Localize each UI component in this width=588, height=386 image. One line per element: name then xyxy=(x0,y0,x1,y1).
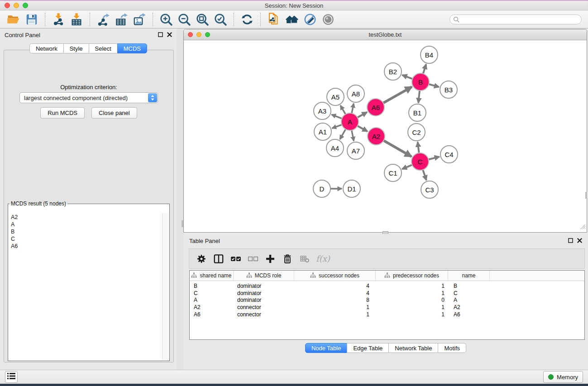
graph-node-B4[interactable]: B4 xyxy=(421,46,438,63)
graph-node-A3[interactable]: A3 xyxy=(314,102,331,119)
graph-node-D[interactable]: D xyxy=(313,180,330,197)
table-cell[interactable]: C xyxy=(190,290,234,296)
graph-node-A7[interactable]: A7 xyxy=(347,142,364,159)
graph-node-B2[interactable]: B2 xyxy=(384,63,402,80)
tab-network-table[interactable]: Network Table xyxy=(388,343,438,353)
tab-mcds[interactable]: MCDS xyxy=(117,43,147,53)
columns-icon[interactable] xyxy=(212,252,225,266)
right-grip[interactable] xyxy=(585,192,587,199)
close-panel-icon[interactable] xyxy=(577,237,582,245)
tab-network[interactable]: Network xyxy=(29,43,64,53)
result-item[interactable]: A2 xyxy=(11,214,162,221)
apply-layout-icon[interactable] xyxy=(239,12,255,27)
network-canvas[interactable]: AA1A2A3A4A5A6A7A8BB1B2B3B4CC1C2C3C4DD1 xyxy=(184,40,587,232)
graph-node-C3[interactable]: C3 xyxy=(421,181,438,198)
export-image-icon[interactable] xyxy=(132,12,147,27)
result-item[interactable]: A6 xyxy=(11,243,162,250)
network-from-selection-icon[interactable] xyxy=(266,12,282,27)
unchecked-pair-icon[interactable] xyxy=(246,252,260,266)
graph-node-C2[interactable]: C2 xyxy=(408,124,425,141)
column-header-MCDS-role[interactable]: MCDS role xyxy=(234,271,294,281)
memory-button[interactable]: Memory xyxy=(543,371,583,383)
result-item[interactable]: C xyxy=(11,235,162,243)
table-row[interactable]: Cdominator41C xyxy=(190,290,584,297)
import-network-icon[interactable] xyxy=(51,12,66,27)
mcds-result-list[interactable]: A2ABCA6 xyxy=(10,214,162,360)
result-item[interactable]: B xyxy=(11,228,162,235)
table-cell[interactable]: A2 xyxy=(190,304,234,310)
table-cell[interactable]: 1 xyxy=(376,283,448,289)
tab-edge-table[interactable]: Edge Table xyxy=(347,343,389,353)
zoom-fit-icon[interactable] xyxy=(195,12,210,27)
table-cell[interactable]: connector xyxy=(234,304,294,310)
column-header-name[interactable]: name xyxy=(448,271,490,281)
table-cell[interactable]: 1 xyxy=(376,304,448,310)
vertical-splitter[interactable] xyxy=(177,29,183,370)
table-cell[interactable]: C xyxy=(448,290,490,296)
graph-node-C[interactable]: C xyxy=(411,153,429,170)
column-header-predecessor-nodes[interactable]: predecessor nodes xyxy=(376,271,448,281)
table-cell[interactable]: A xyxy=(190,297,234,303)
zoom-selected-icon[interactable] xyxy=(213,12,228,27)
checked-pair-icon[interactable] xyxy=(229,252,243,266)
export-network-icon[interactable] xyxy=(96,12,111,27)
table-row[interactable]: Adominator80A xyxy=(190,297,584,304)
graph-node-A6[interactable]: A6 xyxy=(367,99,384,116)
graph-node-A2[interactable]: A2 xyxy=(368,128,385,145)
graph-node-A8[interactable]: A8 xyxy=(347,85,364,102)
resize-grip-icon[interactable] xyxy=(580,223,586,231)
graph-node-A1[interactable]: A1 xyxy=(314,123,331,140)
table-row[interactable]: A6connector11A6 xyxy=(190,311,584,318)
table-cell[interactable]: dominator xyxy=(234,297,294,303)
eye-icon[interactable] xyxy=(320,12,336,27)
gear-icon[interactable] xyxy=(195,252,208,266)
table-cell[interactable]: A6 xyxy=(448,311,490,318)
column-header-successor-nodes[interactable]: successor nodes xyxy=(294,271,376,281)
table-cell[interactable]: A6 xyxy=(190,311,234,318)
function-builder-icon[interactable]: f(x) xyxy=(316,254,330,263)
graphics-details-icon[interactable] xyxy=(302,12,318,27)
open-file-icon[interactable] xyxy=(6,12,21,27)
float-panel-icon[interactable] xyxy=(568,237,573,245)
table-cell[interactable]: A2 xyxy=(448,304,490,310)
result-scrollbar[interactable] xyxy=(162,213,169,360)
table-cell[interactable]: dominator xyxy=(234,290,294,296)
run-mcds-button[interactable]: Run MCDS xyxy=(40,107,85,119)
import-table-icon[interactable] xyxy=(69,12,84,27)
zoom-out-icon[interactable] xyxy=(177,12,192,27)
column-header-shared-name[interactable]: shared name xyxy=(190,271,234,281)
table-row[interactable]: Bdominator41B xyxy=(190,282,584,290)
export-table-icon[interactable] xyxy=(114,12,129,27)
table-cell[interactable]: A xyxy=(448,297,490,303)
tab-style[interactable]: Style xyxy=(63,43,89,53)
table-cell[interactable]: 1 xyxy=(294,304,376,310)
network-graph[interactable]: AA1A2A3A4A5A6A7A8BB1B2B3B4CC1C2C3C4DD1 xyxy=(184,40,587,232)
table-cell[interactable]: connector xyxy=(234,311,294,318)
tab-select[interactable]: Select xyxy=(89,43,118,53)
graph-node-B[interactable]: B xyxy=(412,73,429,91)
graph-node-C4[interactable]: C4 xyxy=(440,146,458,163)
table-cell[interactable]: 4 xyxy=(294,283,376,289)
save-session-icon[interactable] xyxy=(24,12,39,27)
table-cell[interactable]: 8 xyxy=(294,297,376,303)
graph-node-B1[interactable]: B1 xyxy=(409,104,426,121)
search-field[interactable] xyxy=(449,14,582,24)
table-cell[interactable]: 1 xyxy=(294,311,376,318)
tab-motifs[interactable]: Motifs xyxy=(438,343,466,353)
graph-node-C1[interactable]: C1 xyxy=(384,164,402,181)
tab-node-table[interactable]: Node Table xyxy=(305,343,348,353)
delete-table-icon[interactable] xyxy=(298,252,311,266)
result-item[interactable]: A xyxy=(11,221,162,228)
task-history-button[interactable] xyxy=(5,371,18,383)
homes-icon[interactable] xyxy=(284,12,300,27)
graph-node-B3[interactable]: B3 xyxy=(440,81,457,98)
plus-icon[interactable] xyxy=(263,252,277,266)
graph-node-D1[interactable]: D1 xyxy=(343,180,360,197)
table-cell[interactable]: B xyxy=(448,283,490,289)
close-panel-icon[interactable] xyxy=(167,31,172,39)
float-panel-icon[interactable] xyxy=(158,31,163,39)
table-cell[interactable]: 0 xyxy=(376,297,448,303)
table-cell[interactable]: 1 xyxy=(376,290,448,296)
table-row[interactable]: A2connector11A2 xyxy=(190,304,584,311)
network-window-titlebar[interactable]: testGlobe.txt xyxy=(184,29,587,40)
